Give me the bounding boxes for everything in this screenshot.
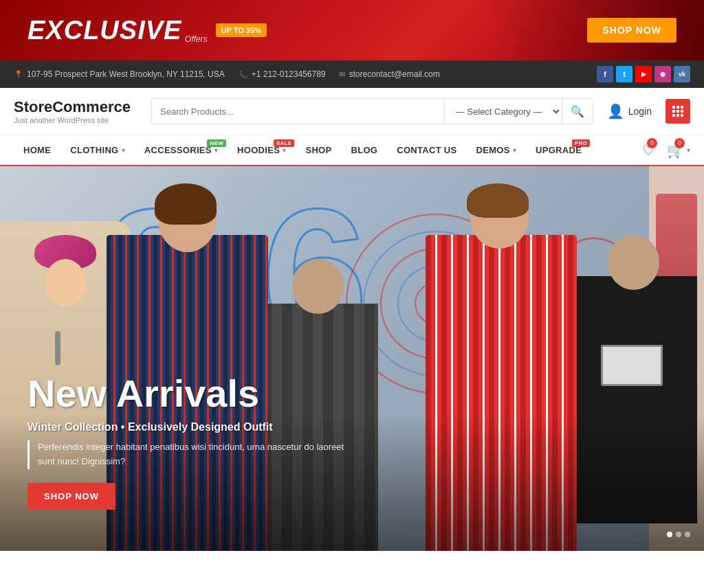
slide-dots [667, 532, 690, 537]
hero-title: New Arrivals [28, 372, 358, 415]
chevron-down-icon: ▾ [513, 147, 516, 154]
slide-dot-1[interactable] [667, 532, 672, 537]
site-header: StoreCommerce Just another WordPress sit… [0, 88, 704, 135]
contact-phone: 📞 +1 212-0123456789 [239, 69, 326, 79]
user-icon: 👤 [607, 103, 624, 120]
social-icons-bar: f t ▶ ◉ vk [597, 66, 690, 82]
email-icon: ✉ [339, 70, 345, 79]
nav-item-shop[interactable]: SHOP [296, 135, 341, 165]
wishlist-count: 0 [647, 138, 657, 148]
top-banner: EXCLUSIVE Offers UP TO 35% SHOP NOW [0, 0, 704, 60]
nav-item-hoodies[interactable]: HOODIES SALE ▾ [228, 135, 296, 165]
cart-button[interactable]: 🛒 0 ▾ [667, 142, 690, 159]
search-bar: — Select Category — 🔍 [151, 98, 593, 124]
main-nav: HOME CLOTHING ▾ ACCESSORIES NEW ▾ HOODIE… [0, 135, 704, 166]
sale-badge: SALE [274, 139, 295, 147]
search-input[interactable] [152, 99, 444, 124]
banner-left: EXCLUSIVE Offers UP TO 35% [28, 16, 267, 45]
instagram-icon[interactable]: ◉ [654, 66, 671, 82]
chevron-down-icon: ▾ [687, 146, 690, 154]
banner-exclusive-text: EXCLUSIVE Offers [28, 16, 208, 45]
contact-info: 📍 107-95 Prospect Park West Brooklyn, NY… [14, 69, 440, 79]
map-pin-icon: 📍 [14, 70, 23, 79]
twitter-icon[interactable]: t [616, 66, 632, 82]
hero-section: 8 6 [0, 166, 704, 551]
new-badge: NEW [207, 139, 226, 147]
contact-address: 📍 107-95 Prospect Park West Brooklyn, NY… [14, 69, 225, 79]
nav-item-home[interactable]: HOME [14, 135, 60, 165]
hero-subtitle: Winter Collection • Exclusively Designed… [28, 421, 358, 433]
chevron-down-icon: ▾ [122, 147, 125, 154]
site-logo: StoreCommerce Just another WordPress sit… [14, 98, 138, 124]
nav-item-contact-us[interactable]: CONTACT US [387, 135, 466, 165]
contact-bar: 📍 107-95 Prospect Park West Brooklyn, NY… [0, 60, 704, 88]
nav-item-upgrade[interactable]: UPGRADE PRO [526, 135, 591, 165]
logo-text: StoreCommerce [14, 98, 138, 116]
search-button[interactable]: 🔍 [562, 99, 593, 124]
contact-email: ✉ storecontact@email.com [339, 69, 439, 79]
youtube-icon[interactable]: ▶ [635, 66, 652, 82]
nav-item-accessories[interactable]: ACCESSORIES NEW ▾ [135, 135, 228, 165]
nav-item-demos[interactable]: DEMOS ▾ [467, 135, 526, 165]
banner-shop-now-button[interactable]: SHOP NOW [587, 18, 676, 43]
nav-item-blog[interactable]: BLOG [341, 135, 387, 165]
nav-items: HOME CLOTHING ▾ ACCESSORIES NEW ▾ HOODIE… [14, 135, 591, 165]
grid-icon [672, 106, 683, 117]
pro-badge: PRO [572, 139, 590, 147]
login-button[interactable]: 👤 Login [607, 103, 652, 120]
hero-cta-button[interactable]: SHOP NOW [28, 483, 116, 510]
nav-item-clothing[interactable]: CLOTHING ▾ [60, 135, 135, 165]
banner-badge: UP TO 35% [216, 23, 267, 37]
slide-dot-2[interactable] [676, 532, 681, 537]
nav-cart-area: ♡ 0 🛒 0 ▾ [642, 142, 690, 159]
category-select[interactable]: — Select Category — [444, 99, 562, 124]
facebook-icon[interactable]: f [597, 66, 613, 82]
cart-count: 0 [674, 138, 685, 148]
chevron-down-icon: ▾ [214, 147, 218, 154]
slide-dot-3[interactable] [685, 532, 690, 537]
wishlist-button[interactable]: ♡ 0 [642, 142, 654, 159]
grid-menu-button[interactable] [666, 99, 690, 124]
vk-icon[interactable]: vk [674, 66, 690, 82]
hero-content: New Arrivals Winter Collection • Exclusi… [28, 372, 358, 510]
chevron-down-icon: ▾ [283, 147, 286, 154]
hero-description: Perferendis integer habitant penatibus w… [28, 440, 358, 469]
phone-icon: 📞 [239, 70, 248, 79]
logo-tagline: Just another WordPress site [14, 116, 138, 124]
